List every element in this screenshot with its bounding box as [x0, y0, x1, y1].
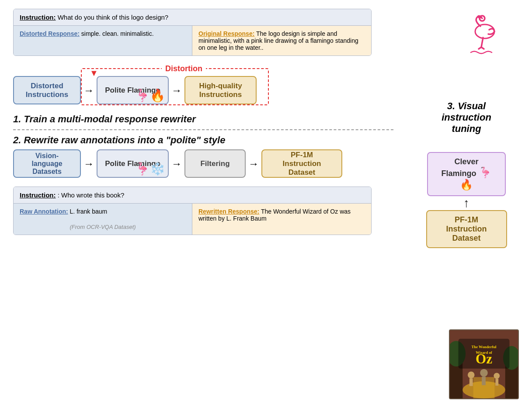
section1-title: 1. Train a multi-modal response rewriter	[13, 114, 393, 125]
book-cover-image: The Wonderful Wizard of Oz	[449, 329, 519, 399]
svg-point-17	[494, 373, 500, 379]
arrow3: →	[83, 158, 94, 170]
top-responses-row: Distorted Response: simple. clean. minim…	[14, 26, 371, 55]
svg-point-0	[475, 24, 494, 38]
svg-point-13	[468, 372, 475, 379]
from-dataset-label: (From OCR-VQA Dataset)	[20, 224, 186, 230]
svg-text:The Wonderful: The Wonderful	[471, 345, 497, 349]
distorted-response-label: Distorted Response:	[20, 30, 80, 37]
pf1m-label: PF-1M Instruction Dataset	[269, 151, 334, 177]
clever-flamingo-box: Clever Flamingo 🦩🔥	[427, 152, 506, 196]
rewritten-response-cell: Rewritten Response: The Wonderful Wizard…	[192, 204, 371, 235]
flamingo-snow-emoji: 🦩❄️	[135, 162, 165, 176]
svg-rect-18	[495, 379, 498, 386]
clever-flamingo-row: Clever Flamingo 🦩🔥	[427, 152, 506, 196]
bottom-instruction-row: Instruction: : Who wrote this book?	[14, 187, 371, 204]
original-response-label: Original Response:	[198, 30, 254, 37]
polite-flamingo-box1: Polite Flamingo 🦩🔥	[97, 76, 169, 104]
bottom-example-box: Instruction: : Who wrote this book? Raw …	[13, 187, 372, 235]
bottom-responses-row: Raw Annotation: L. frank baum (From OCR-…	[14, 204, 371, 235]
main-container: Instruction: What do you think of this l…	[0, 0, 532, 408]
flamingo-fire-emoji1: 🦩🔥	[135, 88, 165, 103]
flamingo-logo-icon	[458, 13, 506, 67]
clever-flamingo-section: Clever Flamingo 🦩🔥 ↑ PF-1M Instruction D…	[418, 152, 515, 248]
arrow4: →	[171, 158, 182, 170]
original-response-cell: Original Response: The logo design is si…	[192, 26, 371, 55]
bottom-instruction-text: : Who wrote this book?	[56, 191, 125, 199]
arrow2: →	[171, 84, 182, 97]
svg-rect-16	[482, 377, 486, 385]
top-example-box: Instruction: What do you think of this l…	[13, 9, 372, 56]
top-instruction-text: What do you think of this logo design?	[56, 14, 169, 21]
top-instruction-label: Instruction:	[20, 14, 56, 21]
svg-text:Oz: Oz	[476, 351, 492, 367]
svg-point-15	[480, 369, 488, 377]
down-arrow-black: ↑	[463, 197, 469, 209]
raw-annotation-text: L. frank baum	[68, 208, 108, 215]
section-divider	[13, 129, 393, 130]
polite-flamingo-box2: Polite Flamingo 🦩❄️	[97, 149, 169, 178]
section3-container: 3. Visual instruction tuning Clever Flam…	[418, 100, 515, 248]
arrow1: →	[83, 84, 94, 97]
rewritten-response-label: Rewritten Response:	[198, 208, 259, 215]
filtering-box: Filtering	[184, 149, 246, 178]
distorted-response-text: simple. clean. minimalistic.	[80, 30, 154, 37]
section3-title: 3. Visual instruction tuning	[418, 100, 515, 135]
filtering-label: Filtering	[200, 159, 229, 168]
high-quality-instructions-label: High-quality Instructions	[199, 82, 242, 99]
raw-annotation-cell: Raw Annotation: L. frank baum (From OCR-…	[14, 204, 192, 235]
bottom-instruction-label: Instruction:	[20, 191, 56, 199]
pf1m-right-box: PF-1M Instruction Dataset	[426, 210, 507, 248]
distortion-label: Distortion	[162, 64, 206, 73]
section1-container: Distortion ▼ Distorted Instructions → Po…	[13, 64, 393, 125]
distorted-instructions-box: Distorted Instructions	[13, 76, 81, 104]
vision-language-label: Vision-language Datasets	[21, 152, 73, 176]
top-instruction-row: Instruction: What do you think of this l…	[14, 9, 371, 26]
svg-rect-14	[469, 378, 473, 386]
arrow5: →	[248, 158, 259, 170]
distorted-instructions-label: Distorted Instructions	[26, 82, 68, 99]
high-quality-instructions-box: High-quality Instructions	[184, 76, 257, 104]
distorted-response-cell: Distorted Response: simple. clean. minim…	[14, 26, 192, 55]
vision-language-box: Vision-language Datasets	[13, 149, 81, 178]
raw-annotation-label: Raw Annotation:	[20, 208, 68, 215]
pf1m-box: PF-1M Instruction Dataset	[261, 149, 342, 178]
